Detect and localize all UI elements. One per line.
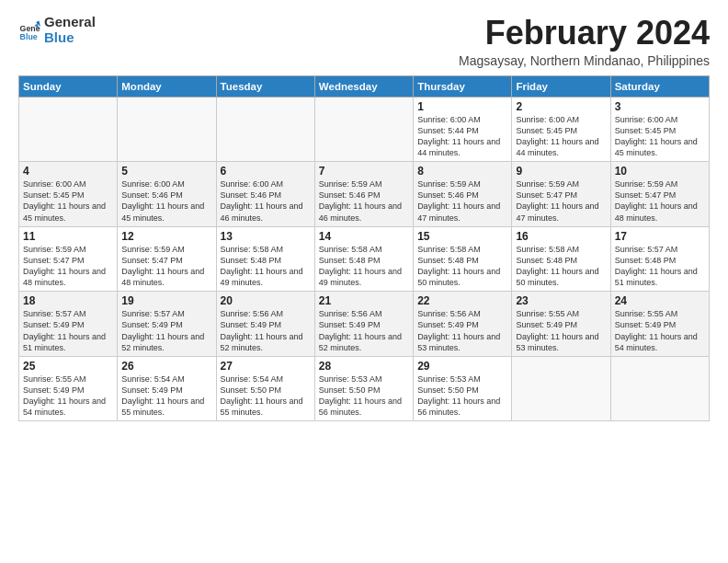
day-info: Sunrise: 5:58 AM Sunset: 5:48 PM Dayligh… [516,244,606,289]
day-number: 2 [516,100,606,113]
calendar-cell: 28Sunrise: 5:53 AM Sunset: 5:50 PM Dayli… [314,356,413,421]
day-number: 29 [417,360,507,373]
calendar-week-row: 11Sunrise: 5:59 AM Sunset: 5:47 PM Dayli… [19,226,710,292]
calendar-cell: 16Sunrise: 5:58 AM Sunset: 5:48 PM Dayli… [512,226,610,292]
day-info: Sunrise: 5:59 AM Sunset: 5:47 PM Dayligh… [121,244,211,289]
day-info: Sunrise: 5:56 AM Sunset: 5:49 PM Dayligh… [221,308,311,353]
calendar-cell: 26Sunrise: 5:54 AM Sunset: 5:49 PM Dayli… [118,356,216,421]
logo-text-blue: Blue [44,30,96,46]
calendar-week-row: 18Sunrise: 5:57 AM Sunset: 5:49 PM Dayli… [19,292,710,357]
day-info: Sunrise: 5:59 AM Sunset: 5:46 PM Dayligh… [417,178,507,224]
weekday-header-monday: Monday [118,75,216,97]
day-info: Sunrise: 5:54 AM Sunset: 5:49 PM Dayligh… [121,373,211,419]
calendar-cell: 27Sunrise: 5:54 AM Sunset: 5:50 PM Dayli… [216,356,314,421]
day-info: Sunrise: 5:58 AM Sunset: 5:48 PM Dayligh… [417,244,507,289]
calendar-table: SundayMondayTuesdayWednesdayThursdayFrid… [18,75,710,422]
calendar-cell [19,97,118,162]
day-info: Sunrise: 5:57 AM Sunset: 5:49 PM Dayligh… [23,308,113,353]
calendar-cell: 8Sunrise: 5:59 AM Sunset: 5:46 PM Daylig… [414,162,512,227]
calendar-cell: 5Sunrise: 6:00 AM Sunset: 5:46 PM Daylig… [118,162,216,227]
day-number: 15 [417,230,507,243]
day-info: Sunrise: 5:59 AM Sunset: 5:46 PM Dayligh… [319,178,409,224]
calendar-cell [314,97,413,162]
day-number: 11 [23,230,113,243]
calendar-cell: 18Sunrise: 5:57 AM Sunset: 5:49 PM Dayli… [19,292,118,357]
calendar-cell: 1Sunrise: 6:00 AM Sunset: 5:44 PM Daylig… [414,97,512,162]
month-title: February 2024 [459,15,710,52]
day-number: 27 [221,360,311,373]
day-number: 25 [23,360,113,373]
calendar-cell: 7Sunrise: 5:59 AM Sunset: 5:46 PM Daylig… [314,162,413,227]
calendar-cell: 10Sunrise: 5:59 AM Sunset: 5:47 PM Dayli… [610,162,709,227]
day-number: 16 [516,230,606,243]
day-number: 17 [615,230,705,243]
calendar-cell: 15Sunrise: 5:58 AM Sunset: 5:48 PM Dayli… [414,226,512,292]
logo-icon: General Blue [18,19,40,41]
day-info: Sunrise: 6:00 AM Sunset: 5:46 PM Dayligh… [121,178,211,224]
day-info: Sunrise: 6:00 AM Sunset: 5:45 PM Dayligh… [23,178,113,224]
weekday-header-wednesday: Wednesday [314,75,413,97]
day-number: 13 [221,230,311,243]
calendar-header-row: SundayMondayTuesdayWednesdayThursdayFrid… [19,75,710,97]
calendar-cell: 24Sunrise: 5:55 AM Sunset: 5:49 PM Dayli… [610,292,709,357]
title-area: February 2024 Magsaysay, Northern Mindan… [459,15,710,68]
logo: General Blue General Blue [18,15,96,45]
day-number: 12 [121,230,211,243]
calendar-cell: 9Sunrise: 5:59 AM Sunset: 5:47 PM Daylig… [512,162,610,227]
day-number: 18 [23,294,113,307]
calendar-week-row: 25Sunrise: 5:55 AM Sunset: 5:49 PM Dayli… [19,356,710,421]
day-number: 5 [121,165,211,178]
calendar-cell [216,97,314,162]
day-info: Sunrise: 6:00 AM Sunset: 5:46 PM Dayligh… [221,178,311,224]
calendar-cell: 14Sunrise: 5:58 AM Sunset: 5:48 PM Dayli… [314,226,413,292]
day-info: Sunrise: 5:58 AM Sunset: 5:48 PM Dayligh… [319,244,409,289]
day-number: 6 [221,165,311,178]
location-title: Magsaysay, Northern Mindanao, Philippine… [459,53,710,68]
day-info: Sunrise: 5:54 AM Sunset: 5:50 PM Dayligh… [221,373,311,419]
calendar-week-row: 1Sunrise: 6:00 AM Sunset: 5:44 PM Daylig… [19,97,710,162]
calendar-cell: 29Sunrise: 5:53 AM Sunset: 5:50 PM Dayli… [414,356,512,421]
svg-text:Blue: Blue [20,31,38,40]
weekday-header-saturday: Saturday [610,75,709,97]
day-info: Sunrise: 6:00 AM Sunset: 5:45 PM Dayligh… [516,114,606,159]
calendar-cell: 2Sunrise: 6:00 AM Sunset: 5:45 PM Daylig… [512,97,610,162]
day-info: Sunrise: 6:00 AM Sunset: 5:44 PM Dayligh… [417,114,507,159]
calendar-cell: 13Sunrise: 5:58 AM Sunset: 5:48 PM Dayli… [216,226,314,292]
day-info: Sunrise: 5:53 AM Sunset: 5:50 PM Dayligh… [319,373,409,419]
logo-text-general: General [44,15,96,30]
calendar-cell: 19Sunrise: 5:57 AM Sunset: 5:49 PM Dayli… [118,292,216,357]
day-info: Sunrise: 5:55 AM Sunset: 5:49 PM Dayligh… [516,308,606,353]
day-number: 24 [615,294,705,307]
weekday-header-friday: Friday [512,75,610,97]
day-number: 19 [121,294,211,307]
day-info: Sunrise: 5:53 AM Sunset: 5:50 PM Dayligh… [417,373,507,419]
calendar-cell: 17Sunrise: 5:57 AM Sunset: 5:48 PM Dayli… [610,226,709,292]
weekday-header-thursday: Thursday [414,75,512,97]
day-info: Sunrise: 5:55 AM Sunset: 5:49 PM Dayligh… [615,308,705,353]
day-info: Sunrise: 5:55 AM Sunset: 5:49 PM Dayligh… [23,373,113,419]
day-number: 9 [516,165,606,178]
day-number: 28 [319,360,409,373]
day-info: Sunrise: 5:57 AM Sunset: 5:49 PM Dayligh… [121,308,211,353]
day-info: Sunrise: 5:59 AM Sunset: 5:47 PM Dayligh… [23,244,113,289]
day-number: 26 [121,360,211,373]
day-info: Sunrise: 5:59 AM Sunset: 5:47 PM Dayligh… [516,178,606,224]
day-number: 23 [516,294,606,307]
header: General Blue General Blue February 2024 … [18,15,710,68]
calendar-cell: 20Sunrise: 5:56 AM Sunset: 5:49 PM Dayli… [216,292,314,357]
day-number: 7 [319,165,409,178]
calendar-week-row: 4Sunrise: 6:00 AM Sunset: 5:45 PM Daylig… [19,162,710,227]
day-number: 4 [23,165,113,178]
day-number: 22 [417,294,507,307]
day-number: 3 [615,100,705,113]
day-info: Sunrise: 5:58 AM Sunset: 5:48 PM Dayligh… [221,244,311,289]
day-number: 21 [319,294,409,307]
calendar-cell: 25Sunrise: 5:55 AM Sunset: 5:49 PM Dayli… [19,356,118,421]
day-info: Sunrise: 5:56 AM Sunset: 5:49 PM Dayligh… [319,308,409,353]
weekday-header-tuesday: Tuesday [216,75,314,97]
calendar-cell: 12Sunrise: 5:59 AM Sunset: 5:47 PM Dayli… [118,226,216,292]
calendar-cell: 11Sunrise: 5:59 AM Sunset: 5:47 PM Dayli… [19,226,118,292]
day-number: 10 [615,165,705,178]
calendar-cell: 3Sunrise: 6:00 AM Sunset: 5:45 PM Daylig… [610,97,709,162]
day-number: 8 [417,165,507,178]
